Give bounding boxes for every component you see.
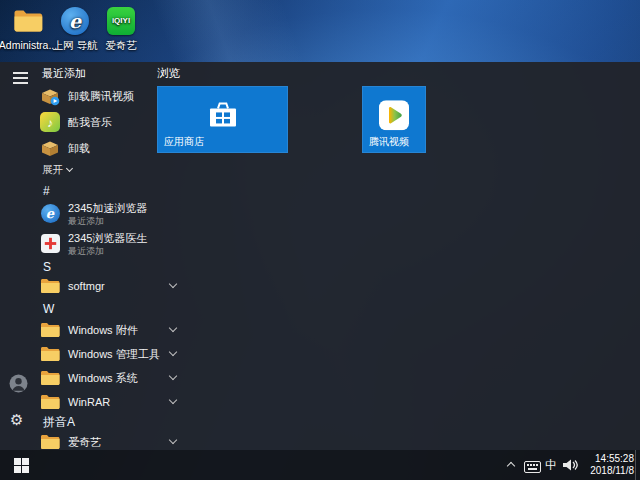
chevron-down-icon: [169, 396, 177, 404]
folder-icon: [40, 276, 60, 296]
uninstall-box-icon: [40, 138, 60, 158]
settings-gear-icon[interactable]: ⚙: [10, 412, 23, 428]
desktop-wallpaper: Administra... e 上网 导航 iQIYI 爱奇艺 ⚙ 最近添加 卸…: [0, 0, 640, 480]
browser-e-icon: e: [60, 6, 90, 36]
folder-icon: [40, 368, 60, 388]
chevron-down-icon: [169, 280, 177, 288]
chevron-down-icon: [169, 436, 177, 444]
user-avatar-button[interactable]: [9, 374, 28, 397]
list-folder-windows-accessories[interactable]: Windows 附件: [36, 318, 190, 342]
desktop-icon-browser-nav[interactable]: e 上网 导航: [52, 6, 98, 51]
list-item-label: 酷我音乐: [68, 115, 112, 130]
section-letter-pinyin-a[interactable]: 拼音A: [43, 414, 75, 431]
svg-text:♪: ♪: [47, 116, 53, 130]
list-item-label: 卸载: [68, 141, 90, 156]
clock-time: 14:55:28: [582, 453, 634, 465]
volume-speaker-icon[interactable]: [562, 458, 578, 476]
chevron-down-icon: [169, 372, 177, 380]
list-item-label: Windows 系统: [68, 371, 138, 386]
list-folder-windows-admin-tools[interactable]: Windows 管理工具: [36, 342, 190, 366]
list-item-subtitle: 最近添加: [68, 215, 104, 228]
list-item-label: softmgr: [68, 280, 105, 292]
tile-app-store[interactable]: 应用商店: [157, 86, 288, 153]
taskbar-clock[interactable]: 14:55:28 2018/11/8: [582, 453, 634, 477]
chevron-down-icon: [169, 324, 177, 332]
list-folder-windows-system[interactable]: Windows 系统: [36, 366, 190, 390]
recently-added-header: 最近添加: [42, 66, 86, 81]
list-item-2345-browser-doctor[interactable]: 2345浏览器医生 最近添加: [36, 228, 190, 258]
start-menu: ⚙ 最近添加 卸载腾讯视频 ♪ 酷我音乐 卸载: [0, 62, 640, 450]
tile-label: 腾讯视频: [369, 135, 409, 149]
list-folder-winrar[interactable]: WinRAR: [36, 390, 190, 414]
tile-tencent-video[interactable]: 腾讯视频: [362, 86, 426, 153]
list-item-label: 卸载腾讯视频: [68, 89, 134, 104]
user-avatar-icon: [9, 374, 28, 393]
chevron-down-icon: [169, 348, 177, 356]
store-bag-icon: [207, 101, 239, 133]
show-desktop-button[interactable]: [635, 450, 640, 480]
tile-group-header[interactable]: 浏览: [157, 66, 180, 81]
section-letter-w[interactable]: W: [43, 302, 54, 316]
tile-label: 应用商店: [164, 135, 204, 149]
iqiyi-icon: iQIYI: [106, 6, 136, 36]
tencent-video-icon: [379, 100, 409, 134]
list-folder-iqiyi[interactable]: 爱奇艺: [36, 430, 190, 450]
kuwo-music-icon: ♪: [40, 112, 60, 132]
folder-icon: [40, 320, 60, 340]
desktop-icon-administrator[interactable]: Administra...: [0, 6, 56, 51]
2345-browser-icon: e: [40, 203, 60, 223]
desktop-icon-label: 上网 导航: [53, 39, 98, 51]
list-item-label: 2345浏览器医生: [68, 231, 147, 246]
section-letter-hash[interactable]: #: [43, 184, 50, 198]
windows-logo-icon: [14, 458, 29, 473]
browser-doctor-icon: [40, 233, 60, 253]
desktop-icon-label: Administra...: [0, 39, 57, 51]
list-item-label: 爱奇艺: [68, 435, 101, 450]
desktop-icon-iqiyi[interactable]: iQIYI 爱奇艺: [98, 6, 144, 51]
list-item-label: Windows 附件: [68, 323, 138, 338]
user-folder-icon: [13, 6, 43, 36]
touch-keyboard-icon[interactable]: [524, 459, 541, 477]
show-hidden-icons-chevron[interactable]: [507, 462, 515, 470]
folder-icon: [40, 344, 60, 364]
taskbar: 中 14:55:28 2018/11/8: [0, 450, 640, 480]
hamburger-menu-button[interactable]: [13, 72, 28, 87]
list-folder-softmgr[interactable]: softmgr: [36, 274, 190, 298]
start-button[interactable]: [0, 450, 42, 480]
section-letter-s[interactable]: S: [43, 260, 51, 274]
clock-date: 2018/11/8: [582, 465, 634, 477]
desktop-icon-label: 爱奇艺: [105, 39, 137, 51]
input-method-indicator[interactable]: 中: [545, 458, 557, 472]
expand-button[interactable]: 展开: [42, 163, 72, 177]
list-item-label: 2345加速浏览器: [68, 201, 147, 216]
chevron-down-icon: [66, 165, 73, 172]
list-item-2345-browser[interactable]: e 2345加速浏览器 最近添加: [36, 198, 190, 228]
uninstall-box-icon: [40, 86, 60, 106]
list-item-subtitle: 最近添加: [68, 245, 104, 258]
folder-icon: [40, 392, 60, 412]
list-item-label: WinRAR: [68, 396, 110, 408]
list-item-label: Windows 管理工具: [68, 347, 160, 362]
folder-icon: [40, 432, 60, 450]
